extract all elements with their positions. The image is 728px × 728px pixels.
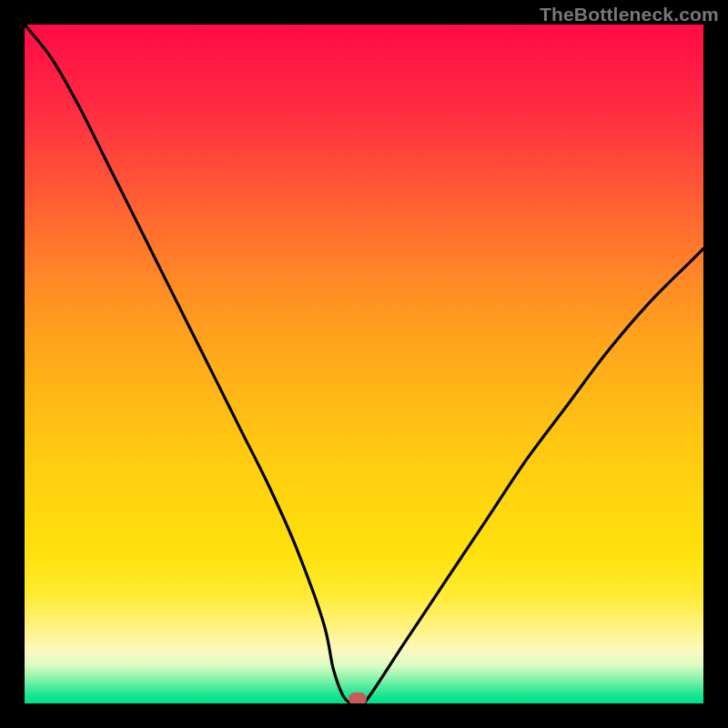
watermark-text: TheBottleneck.com (540, 4, 719, 25)
chart-frame: TheBottleneck.com (0, 0, 728, 728)
plot-area (25, 25, 703, 703)
line-chart (25, 25, 703, 703)
bottleneck-curve-path (25, 25, 703, 703)
bottleneck-marker (349, 693, 367, 703)
